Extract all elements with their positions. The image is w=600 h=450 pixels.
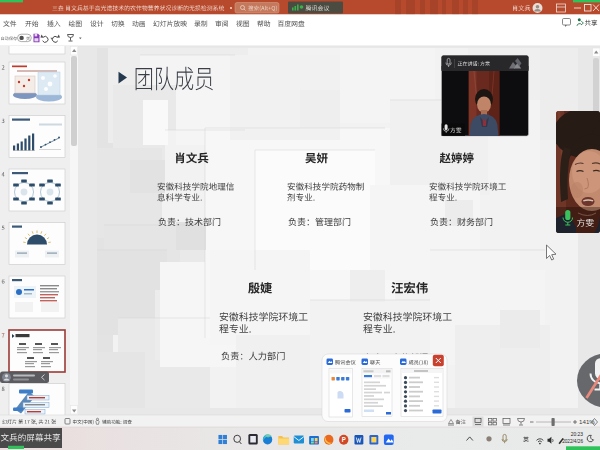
svg-text:20:23: 20:23 bbox=[571, 432, 584, 437]
svg-text:P: P bbox=[342, 436, 346, 443]
svg-text:141%: 141% bbox=[579, 418, 595, 425]
svg-text:2022/4/26: 2022/4/26 bbox=[562, 439, 583, 444]
